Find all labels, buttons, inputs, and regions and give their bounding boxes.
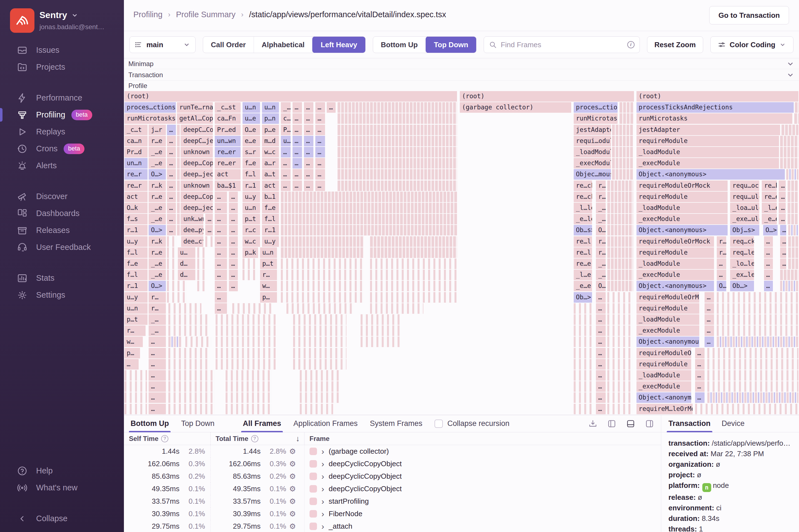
flame-frame[interactable]: _execModule <box>636 270 714 280</box>
flame-frame[interactable]: u…y <box>262 236 279 247</box>
flame-frame[interactable]: u…y <box>125 236 148 247</box>
flame-frame[interactable]: requireModule <box>636 303 699 314</box>
flame-frame[interactable]: _lo…le <box>730 259 754 269</box>
sort-option-left-heavy[interactable]: Left Heavy <box>312 36 366 53</box>
flame-frame[interactable]: u…n <box>243 203 260 213</box>
flame-frame[interactable]: … <box>167 158 176 169</box>
flame-frame[interactable]: … <box>167 136 176 146</box>
minimap-section-header[interactable]: Minimap <box>124 59 799 69</box>
flame-frame[interactable]: u…y <box>125 292 148 303</box>
flame-frame[interactable]: … <box>304 113 313 124</box>
sidebar-item-settings[interactable]: Settings <box>0 287 124 303</box>
flame-frame[interactable]: … <box>779 214 786 224</box>
flame-frame[interactable]: jestAdapter <box>574 125 611 135</box>
flame-frame[interactable]: … <box>596 359 606 369</box>
flame-frame[interactable]: _…e <box>149 203 166 213</box>
flame-frame[interactable]: Object.<anonymous> <box>636 169 785 179</box>
flame-frame[interactable]: … <box>327 102 336 113</box>
flame-frame[interactable]: _c…t <box>125 125 148 135</box>
flame-frame[interactable]: deepC…ject <box>181 136 213 146</box>
flame-frame[interactable]: … <box>304 158 313 169</box>
flame-frame[interactable]: … <box>215 214 227 224</box>
flame-frame[interactable]: runMicrotasks <box>125 113 176 124</box>
flame-frame[interactable]: _e…e <box>574 281 592 291</box>
flame-frame[interactable]: requireModuleOrMock <box>636 292 699 303</box>
help-circle-icon[interactable]: ? <box>251 435 258 442</box>
table-row[interactable]: 1.44s2.8%1.44s2.8%⚙›(garbage collector) <box>124 445 661 458</box>
flame-frame[interactable]: processTicksAndRejections <box>636 102 794 113</box>
self-time-column-header[interactable]: Self Time ? <box>124 432 210 445</box>
flame-frame[interactable]: j…r <box>149 125 166 135</box>
flame-frame[interactable]: … <box>695 381 705 392</box>
flame-frame[interactable]: deep…ject <box>181 169 213 179</box>
flame-frame[interactable]: proces…ctions <box>125 102 176 113</box>
flame-frame[interactable]: … <box>229 203 238 213</box>
flame-frame[interactable]: (root) <box>125 91 457 102</box>
flame-frame[interactable]: p…t <box>260 259 277 269</box>
flame-frame[interactable]: re…r <box>125 169 148 179</box>
sidebar-item-dashboards[interactable]: Dashboards <box>0 205 124 222</box>
flame-frame[interactable]: … <box>764 259 773 269</box>
flame-frame[interactable]: requ…ule <box>730 192 759 202</box>
flame-frame[interactable]: w… <box>125 337 143 347</box>
flame-frame[interactable]: requireModuleOrMock <box>636 236 714 247</box>
flame-frame[interactable]: … <box>315 147 325 157</box>
flame-frame[interactable]: unk…wn <box>181 214 204 224</box>
flame-frame[interactable]: Object.<anonymous> <box>636 392 691 403</box>
flame-frame[interactable]: … <box>779 180 786 191</box>
flame-frame[interactable]: … <box>293 180 302 191</box>
flame-frame[interactable]: e…e <box>243 136 260 146</box>
flame-frame[interactable]: u…y <box>243 192 260 202</box>
flame-frame[interactable]: f…l <box>262 214 279 224</box>
flame-frame[interactable]: … <box>304 169 313 179</box>
flame-frame[interactable]: … <box>215 247 227 258</box>
flame-frame[interactable]: … <box>304 102 313 113</box>
tab-top-down[interactable]: Top Down <box>181 415 215 432</box>
flame-frame[interactable]: runMicrotasks <box>636 113 792 124</box>
flame-frame[interactable]: … <box>596 348 606 359</box>
flame-frame[interactable]: … <box>125 359 138 369</box>
flame-frame[interactable]: (root) <box>460 91 634 102</box>
flame-frame[interactable]: … <box>215 192 227 202</box>
flame-frame[interactable]: re…e <box>762 192 777 202</box>
details-tab-device[interactable]: Device <box>722 415 745 432</box>
flame-frame[interactable]: ca…Fn <box>215 113 241 124</box>
flame-frame[interactable]: P… <box>281 125 290 135</box>
flame-frame[interactable]: Ob…s> <box>574 225 592 235</box>
sidebar-item-performance[interactable]: Performance <box>0 90 124 106</box>
flame-frame[interactable]: un…wn <box>215 136 241 146</box>
flame-frame[interactable]: _l…le <box>574 203 592 213</box>
flame-frame[interactable]: … <box>205 214 213 224</box>
tab-application-frames[interactable]: Application Frames <box>293 415 357 432</box>
find-frames-search[interactable]: i <box>484 36 639 53</box>
chevron-down-icon[interactable] <box>786 60 795 68</box>
flame-frame[interactable]: r… <box>717 247 726 258</box>
flame-frame[interactable]: Obj…s> <box>730 225 759 235</box>
flame-frame[interactable]: … <box>149 337 166 347</box>
flame-frame[interactable]: … <box>695 348 705 359</box>
flame-frame[interactable]: p…t <box>243 214 260 224</box>
flame-frame[interactable]: Ob…> <box>574 292 592 303</box>
flame-frame[interactable]: requireModuleOrMock <box>636 348 691 359</box>
breadcrumb-profiling[interactable]: Profiling <box>133 10 163 19</box>
flame-frame[interactable]: c… <box>281 113 290 124</box>
flame-frame[interactable]: Objec…mous> <box>574 169 611 179</box>
flame-frame[interactable]: d… <box>178 270 196 280</box>
flame-frame[interactable]: … <box>215 281 227 291</box>
flame-frame[interactable]: … <box>229 192 238 202</box>
flame-frame[interactable]: _…e <box>149 259 166 269</box>
flame-frame[interactable]: Pr…ed <box>215 125 241 135</box>
org-switcher[interactable]: Sentry jonas.badalic@sent… <box>10 8 105 33</box>
flame-frame[interactable]: r… <box>596 192 606 202</box>
flame-frame[interactable]: … <box>695 359 705 369</box>
flame-frame[interactable]: … <box>281 147 290 157</box>
flame-frame[interactable]: … <box>215 225 227 235</box>
flame-frame[interactable]: requireM…leOrMock <box>636 404 693 414</box>
flame-frame[interactable]: … <box>315 180 325 191</box>
flame-frame[interactable]: … <box>229 214 238 224</box>
flame-frame[interactable]: w… <box>260 281 277 291</box>
flame-frame[interactable]: … <box>780 259 786 269</box>
sidebar-item-stats[interactable]: Stats <box>0 270 124 287</box>
flame-frame[interactable]: … <box>764 270 773 280</box>
flame-frame[interactable]: r…1 <box>125 225 148 235</box>
